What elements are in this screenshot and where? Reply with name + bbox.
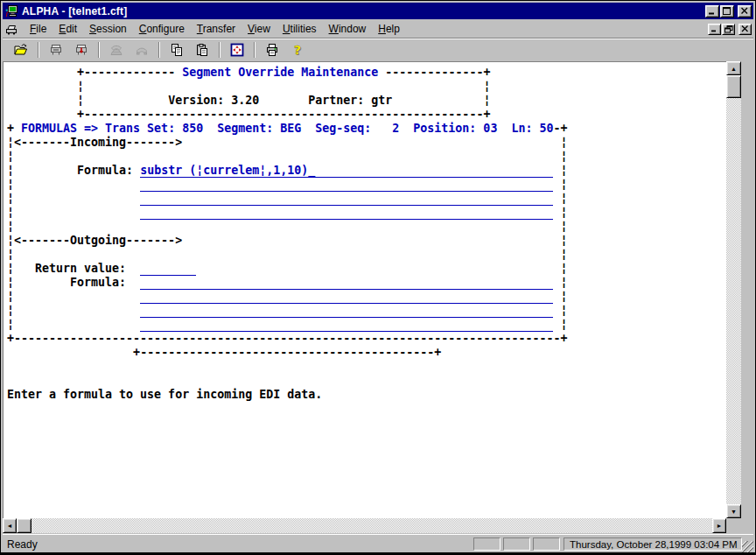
toolbar-separator — [98, 42, 100, 58]
status-panel-1 — [473, 537, 500, 551]
terminal-line: ¦ ¦ — [7, 206, 726, 220]
disconnect-icon — [74, 43, 89, 57]
connect-icon — [48, 43, 64, 57]
arrow-up-icon: ▲ — [731, 66, 737, 72]
window-title: ALPHA - [telnet1.cft] — [22, 5, 127, 18]
child-close-button[interactable] — [738, 24, 752, 35]
disconnect-button[interactable] — [70, 40, 93, 60]
dial-button[interactable] — [105, 40, 128, 60]
maximize-button[interactable] — [720, 5, 734, 18]
horizontal-scrollbar[interactable]: ◄ ► — [3, 518, 726, 533]
status-datetime: Thursday, October 28,1999 03:04 PM — [564, 537, 742, 551]
menu-view[interactable]: View — [242, 21, 276, 37]
outgoing-formula-line-2[interactable] — [140, 290, 553, 304]
connect-button[interactable] — [45, 40, 67, 60]
menu-file[interactable]: File — [24, 21, 52, 37]
incoming-formula-line-4[interactable] — [140, 206, 553, 220]
return-value-field[interactable] — [140, 262, 196, 276]
vertical-scrollbar[interactable]: ▲ ▼ — [726, 61, 741, 518]
telnet-app-icon — [4, 4, 18, 18]
scroll-left-button[interactable]: ◄ — [3, 518, 17, 533]
scroll-right-button[interactable]: ► — [712, 518, 726, 533]
terminal-line: +---------------------------------------… — [7, 108, 726, 122]
minimize-icon — [708, 7, 717, 15]
paste-button[interactable] — [191, 40, 214, 60]
terminal-line: ¦ ¦ — [7, 290, 726, 304]
terminal-line: ¦ ¦ — [7, 150, 726, 164]
close-button[interactable] — [738, 5, 752, 18]
outgoing-formula-line-4[interactable] — [140, 318, 553, 332]
terminal-line: ¦ ¦ — [7, 318, 726, 332]
maximize-icon — [723, 7, 732, 15]
terminal-area: +------------- Segment Override Maintena… — [3, 61, 726, 518]
toolbar-separator — [219, 42, 220, 58]
hangup-icon — [134, 43, 150, 57]
terminal-line: ¦ Formula: substr (¦currelem¦,1,10)_ ¦ — [7, 164, 726, 178]
terminal-line: ¦ Formula: ¦ — [7, 276, 726, 290]
terminal-line: + FORMULAS => Trans Set: 850 Segment: BE… — [7, 122, 726, 136]
menu-help[interactable]: Help — [372, 21, 406, 37]
status-ready-text: Ready — [7, 538, 38, 551]
incoming-formula-line-3[interactable] — [140, 192, 553, 206]
menu-transfer[interactable]: Transfer — [191, 21, 242, 37]
terminal-line: +---------------------------------------… — [7, 332, 726, 346]
outgoing-formula-line-3[interactable] — [140, 304, 553, 318]
menu-edit[interactable]: Edit — [52, 21, 83, 37]
outgoing-formula-label: Formula: — [70, 276, 126, 289]
terminal-line: ¦ ¦ — [7, 248, 726, 262]
paste-icon — [194, 43, 210, 57]
help-button[interactable]: ?? — [286, 40, 309, 60]
status-bar: Ready Thursday, October 28,1999 03:04 PM — [3, 534, 753, 552]
incoming-formula-line-2[interactable] — [140, 178, 553, 192]
resize-grip[interactable] — [742, 541, 753, 552]
terminal-screen[interactable]: +------------- Segment Override Maintena… — [4, 62, 726, 402]
terminal-line: +------------- Segment Override Maintena… — [7, 66, 726, 80]
close-icon — [740, 7, 749, 15]
outgoing-section-label: ¦<-------Outgoing-------> — [7, 234, 182, 247]
hangup-button[interactable] — [130, 40, 153, 60]
terminal-line — [7, 374, 726, 388]
child-close-icon — [741, 25, 749, 32]
scrollbar-corner — [726, 518, 741, 533]
print-button[interactable] — [261, 40, 284, 60]
child-restore-button[interactable] — [722, 24, 735, 35]
screen-button[interactable] — [226, 40, 248, 60]
arrow-left-icon: ◄ — [7, 523, 13, 529]
app-icon[interactable] — [4, 4, 18, 18]
document-terminal-icon — [4, 22, 18, 36]
terminal-line: ¦ ¦ — [7, 178, 726, 192]
child-minimize-button[interactable] — [708, 24, 721, 35]
incoming-formula-value[interactable]: substr (¦currelem¦,1,10)_ — [140, 164, 315, 178]
dial-icon — [108, 43, 124, 57]
terminal-line: ¦ Return value: ¦ — [7, 262, 726, 276]
horizontal-scroll-thumb[interactable] — [17, 518, 32, 533]
scroll-up-button[interactable]: ▲ — [726, 61, 741, 75]
right-filler — [741, 61, 755, 533]
minimize-button[interactable] — [705, 5, 719, 18]
child-system-menu-icon[interactable] — [4, 22, 18, 36]
terminal-line: Enter a formula to use for incoming EDI … — [7, 388, 726, 402]
title-bar: ALPHA - [telnet1.cft] — [3, 3, 753, 19]
toolbar-separator — [38, 42, 39, 58]
terminal-line: ¦ ¦ — [7, 80, 726, 94]
app-window: ALPHA - [telnet1.cft] FileEditSessionCon — [0, 0, 756, 555]
open-button[interactable] — [10, 40, 32, 60]
scroll-down-button[interactable]: ▼ — [726, 504, 741, 518]
vertical-scroll-thumb[interactable] — [726, 75, 741, 98]
menu-configure[interactable]: Configure — [133, 21, 191, 37]
menu-utilities[interactable]: Utilities — [276, 21, 323, 37]
formulas-status-line: FORMULAS => Trans Set: 850 Segment: BEG … — [21, 122, 553, 135]
terminal-line: ¦ ¦ — [7, 304, 726, 318]
arrow-down-icon: ▼ — [731, 509, 737, 515]
outgoing-formula-field[interactable] — [140, 276, 553, 290]
copy-button[interactable] — [165, 40, 188, 60]
svg-text:?: ? — [294, 43, 301, 57]
arrow-right-icon: ► — [717, 523, 723, 529]
menu-session[interactable]: Session — [83, 21, 133, 37]
open-folder-icon — [13, 43, 29, 57]
menu-window[interactable]: Window — [323, 21, 373, 37]
incoming-section-label: ¦<-------Incoming-------> — [7, 136, 182, 149]
prompt-message: Enter a formula to use for incoming EDI … — [7, 388, 322, 401]
terminal-line: ¦ Version: 3.20 Partner: gtr ¦ — [7, 94, 726, 108]
terminal-line: ¦ ¦ — [7, 220, 726, 234]
